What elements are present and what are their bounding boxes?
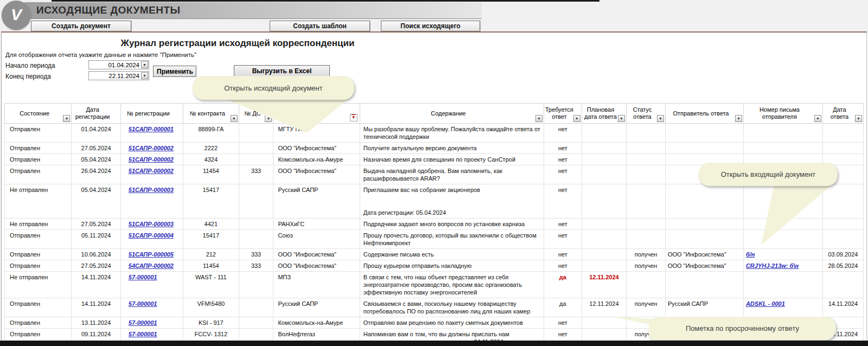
column-filter-dropdown-icon[interactable]: ▼ <box>231 115 238 122</box>
reg-number-link[interactable]: 57-000001 <box>129 319 157 326</box>
table-header-row: Состояние▼Дата регистрации№ регистрации№… <box>5 104 864 124</box>
column-header: Требуется ответ▼ <box>544 104 582 124</box>
period-start-field[interactable]: 01.04.2024 ▼ <box>88 60 149 69</box>
period-start-dropdown-icon[interactable]: ▼ <box>141 61 148 68</box>
cell-answer-required-text: нет <box>558 187 567 193</box>
cell-ds-number <box>239 329 273 342</box>
column-header: Отправитель ответа▼ <box>666 104 744 124</box>
cell-counterparty-text: ООО "Инфосистема" <box>278 262 336 269</box>
reg-number-link[interactable]: 51САПР-000003 <box>129 187 174 193</box>
cell-counterparty: Комсомольск-на-Амуре <box>273 154 360 165</box>
cell-contract-number: KSI - 917 <box>183 317 239 329</box>
cell-state-text: Отправлен <box>10 262 40 269</box>
period-end-dropdown-icon[interactable]: ▼ <box>141 72 148 79</box>
column-filter-dropdown-icon[interactable]: ▼ <box>265 115 272 122</box>
cell-answer-required-text: нет <box>558 126 567 132</box>
cell-registration-date-text: 05.04.2024 <box>81 156 111 163</box>
table-row: Отправлен05.11.202451САПР-00000415417Сою… <box>5 230 864 249</box>
column-filter-dropdown-icon[interactable]: ▼ <box>63 115 70 122</box>
column-header: № регистрации <box>120 104 183 124</box>
cell-answer-required-text: нет <box>558 319 567 326</box>
cell-answer-required: нет <box>544 260 582 272</box>
cell-content: Отправляю вам рецензию по пакету сметных… <box>360 317 544 329</box>
cell-counterparty-text: Комсомольск-на-Амуре <box>278 156 343 163</box>
cell-answer-required: да <box>544 298 582 317</box>
reg-number-link[interactable]: 51САПР-000004 <box>129 232 174 239</box>
cell-counterparty: МПЗ <box>273 272 360 298</box>
cell-answer-sender: ООО "Инфосистема" <box>666 260 744 272</box>
reg-number-link[interactable]: 57-000001 <box>129 300 157 307</box>
cell-contract-number-text: VFM\5480 <box>197 300 225 307</box>
cell-registration-date-text: 27.05.2024 <box>81 221 111 227</box>
cell-registration-number: 51САПР-000002 <box>120 165 183 184</box>
sender-letter-link[interactable]: CRJYHJ-213w: б\н <box>746 262 799 269</box>
cell-contract-number-text: FCCV- 1312 <box>195 331 228 337</box>
column-header-label: Плановая дата ответа <box>584 106 617 120</box>
reg-number-link[interactable]: 57-000001 <box>129 331 157 337</box>
cell-registration-date: 01.04.2024 <box>72 124 120 143</box>
reg-number-link[interactable]: 54САПР-000002 <box>129 262 174 269</box>
cell-plan-answer-date <box>582 329 626 342</box>
cell-answer-required-text: нет <box>558 168 567 174</box>
reg-number-link[interactable]: 51САПР-000002 <box>129 156 174 163</box>
cell-registration-date: 26.04.2024 <box>72 165 120 184</box>
cell-answer-status <box>627 230 666 249</box>
cell-answer-sender <box>666 184 744 219</box>
filter-applied-icon[interactable]: ▼ <box>350 114 358 121</box>
cell-answer-sender: ООО "Инфосистема" <box>666 249 744 260</box>
column-filter-dropdown-icon[interactable]: ▼ <box>855 115 862 122</box>
create-document-button[interactable]: Создать документ <box>31 21 131 31</box>
cell-answer-date <box>822 143 863 154</box>
logo-checkmark-icon: V <box>11 7 22 23</box>
cell-registration-date: 14.11.2024 <box>72 298 120 317</box>
cell-counterparty: Комсомольск-на-Амуре <box>273 317 360 329</box>
cell-state-text: Отправлен <box>10 156 40 163</box>
export-excel-button[interactable]: Выгрузить в Excel <box>234 65 330 77</box>
cell-answer-status-text: получен <box>635 300 658 307</box>
reg-number-link[interactable]: 51САПР-000001 <box>129 126 174 132</box>
create-template-button[interactable]: Создать шаблон <box>270 21 370 31</box>
column-filter-dropdown-icon[interactable]: ▼ <box>573 115 580 122</box>
cell-content: Прошу прочесть договор, который вы заклю… <box>360 230 544 249</box>
cell-registration-date-text: 10.06.2024 <box>81 251 111 258</box>
cell-sender-letter-number <box>743 230 822 249</box>
column-filter-dropdown-icon[interactable]: ▼ <box>618 115 625 122</box>
cell-state: Не отправлен <box>5 272 72 298</box>
sender-letter-link[interactable]: б/н <box>746 251 755 258</box>
cell-answer-required-text: нет <box>558 251 567 258</box>
cell-state-text: Отправлен <box>10 319 40 326</box>
apply-button[interactable]: Применить <box>153 66 196 77</box>
period-end-field[interactable]: 22.11.2024 ▼ <box>88 71 149 80</box>
cell-state: Отправлен <box>5 165 72 184</box>
column-header-label: Содержание <box>431 110 465 117</box>
reg-number-link[interactable]: 51САПР-000003 <box>129 221 174 227</box>
table-scroll-area: Состояние▼Дата регистрации№ регистрации№… <box>4 103 865 342</box>
table-row: Не отправлен14.11.202457-000001WAST - 11… <box>5 272 864 298</box>
cell-answer-sender <box>666 143 744 154</box>
column-filter-dropdown-icon[interactable]: ▼ <box>814 115 821 122</box>
cell-ds-number <box>239 219 273 230</box>
cell-answer-date <box>822 219 863 230</box>
column-filter-dropdown-icon[interactable]: ▼ <box>657 115 664 122</box>
reg-number-link[interactable]: 51САПР-000005 <box>129 251 174 258</box>
column-header-label: № контракта <box>190 110 225 117</box>
cell-contract-number: 11454 <box>183 165 239 184</box>
reg-number-link[interactable]: 51САПР-000002 <box>129 145 174 151</box>
cell-answer-required-text: нет <box>558 262 567 269</box>
reg-number-link[interactable]: 51САПР-000002 <box>129 168 174 174</box>
cell-contract-number-text: 4421 <box>205 221 218 227</box>
cell-state: Отправлен <box>5 230 72 249</box>
cell-ds-number <box>239 124 273 143</box>
table-row: Отправлен01.04.202451САПР-00000188899-ГА… <box>5 124 864 143</box>
search-outgoing-button[interactable]: Поиск исходящего <box>381 21 480 31</box>
cell-content-text: Отправляю вам рецензию по пакету сметных… <box>363 319 523 326</box>
sender-letter-link[interactable]: ADSKL - 0001 <box>746 300 785 307</box>
column-filter-dropdown-icon[interactable]: ▼ <box>535 115 542 122</box>
cell-contract-number-text: KSI - 917 <box>199 319 224 326</box>
reg-number-link[interactable]: 57-000001 <box>129 274 157 280</box>
cell-registration-number: 51САПР-000002 <box>120 143 183 154</box>
cell-answer-date <box>822 230 863 249</box>
cell-answer-status <box>627 124 666 143</box>
column-filter-dropdown-icon[interactable]: ▼ <box>735 115 742 122</box>
cell-state: Отправлен <box>5 124 72 143</box>
